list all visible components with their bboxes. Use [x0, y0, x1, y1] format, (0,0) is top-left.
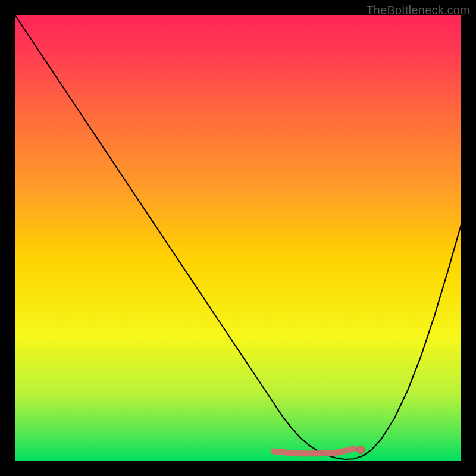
svg-rect-0	[15, 15, 461, 461]
chart-svg	[15, 15, 461, 461]
marker-end-dot	[357, 446, 365, 454]
chart-frame: TheBottleneck.com	[0, 0, 476, 476]
plot-area	[15, 15, 461, 461]
